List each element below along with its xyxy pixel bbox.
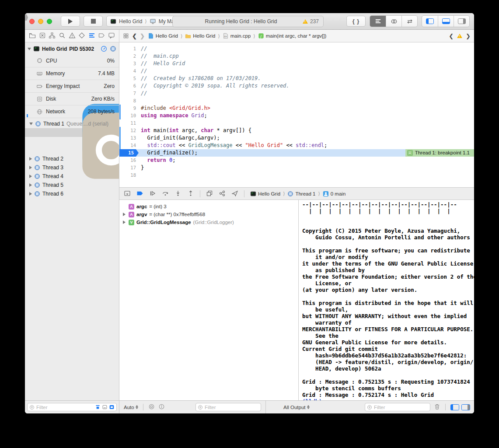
- line-number[interactable]: 2: [119, 52, 139, 60]
- source-editor[interactable]: 1//2// main.cpp3// Hello Grid4//5// Crea…: [119, 42, 474, 187]
- code-line-3[interactable]: 3// Hello Grid: [119, 60, 474, 67]
- thread-row-1[interactable]: Thread 1Queue:...d (serial): [25, 119, 119, 128]
- find-navigator-button[interactable]: [59, 32, 66, 40]
- code-snippets-button[interactable]: { }: [346, 16, 366, 27]
- toggle-variables-view-button[interactable]: [450, 404, 459, 410]
- debugbar-crumb-1[interactable]: Thread 1: [287, 191, 315, 197]
- line-number[interactable]: 10: [119, 112, 139, 119]
- var-row-argv[interactable]: Aargv = (char **) 0x7ffeefbff568: [119, 210, 298, 218]
- view-debugger-button[interactable]: [206, 190, 213, 198]
- code-line-18[interactable]: 18: [119, 172, 474, 179]
- variables-filter-field[interactable]: Filter: [195, 403, 261, 411]
- thread-row-6[interactable]: Thread 6: [25, 189, 119, 198]
- code-line-6[interactable]: 6// Copyright © 2019 sopa. All rights re…: [119, 82, 474, 90]
- project-navigator-button[interactable]: [29, 32, 36, 40]
- previous-issue-button[interactable]: ❮: [449, 33, 454, 39]
- thread-row-3[interactable]: Thread 3: [25, 163, 119, 172]
- line-number[interactable]: 7: [119, 90, 139, 97]
- frame-row-2-start[interactable]: 2 start: [25, 146, 119, 154]
- filter-toggle-1-icon[interactable]: [95, 404, 101, 410]
- version-editor-button[interactable]: [401, 16, 417, 27]
- jumpbar-crumb-2[interactable]: main.cpp: [223, 33, 251, 39]
- code-line-10[interactable]: 10using namespace Grid;: [119, 112, 474, 119]
- disclosure-closed-icon[interactable]: [29, 192, 32, 196]
- disclosure-closed-icon[interactable]: [29, 175, 32, 178]
- standard-editor-button[interactable]: [370, 16, 386, 27]
- related-items-icon[interactable]: [123, 33, 129, 39]
- code-line-13[interactable]: 13 Grid_init(&argc,&argv);: [119, 134, 474, 142]
- line-number[interactable]: 9: [119, 105, 139, 112]
- navigator-filter-field[interactable]: Filter: [27, 403, 117, 411]
- toggle-navigator-button[interactable]: [422, 16, 438, 27]
- filter-toggle-3-icon[interactable]: [109, 404, 115, 410]
- console-filter-field[interactable]: Filter: [365, 403, 430, 411]
- variables-scope-selector[interactable]: Auto: [124, 405, 138, 410]
- issue-navigator-button[interactable]: [69, 32, 76, 40]
- debugbar-crumb-2[interactable]: 0 main: [323, 191, 346, 197]
- disclosure-closed-icon[interactable]: [29, 183, 32, 187]
- source-control-navigator-button[interactable]: [39, 32, 46, 40]
- assistant-editor-button[interactable]: [386, 16, 401, 27]
- toggle-inspector-button[interactable]: [454, 16, 469, 27]
- disclosure-closed-icon[interactable]: [29, 166, 32, 169]
- line-number[interactable]: 11: [119, 119, 139, 127]
- gauge-row-energy-impact[interactable]: Energy ImpactZero: [25, 80, 119, 92]
- threads-view-button[interactable]: [110, 46, 116, 52]
- code-line-7[interactable]: 7//: [119, 90, 474, 97]
- var-row-Grid-GridLogMessage[interactable]: VGrid::GridLogMessage (Grid::GridLogger): [119, 218, 298, 226]
- line-number[interactable]: 13: [119, 134, 139, 142]
- code-line-11[interactable]: 11: [119, 119, 474, 127]
- thread-row-5[interactable]: Thread 5: [25, 181, 119, 189]
- breakpoint-line-number[interactable]: 15: [119, 149, 139, 157]
- clear-console-button[interactable]: [434, 403, 440, 411]
- zoom-window-button[interactable]: [47, 19, 52, 24]
- code-line-9[interactable]: 9#include <Grid/Grid.h>: [119, 105, 474, 112]
- quicklook-button[interactable]: [148, 403, 155, 411]
- thread-row-2[interactable]: Thread 2: [25, 154, 119, 163]
- filter-toggle-2-icon[interactable]: [102, 404, 108, 410]
- code-line-8[interactable]: 8: [119, 97, 474, 105]
- activity-status-bar[interactable]: Running Hello Grid : Hello Grid 237: [172, 16, 324, 27]
- code-line-5[interactable]: 5// Created by s1786208 on 17/03/2019.: [119, 75, 474, 82]
- line-number[interactable]: 1: [119, 45, 139, 52]
- debugbar-crumb-0[interactable]: Hello Grid: [250, 191, 280, 197]
- line-number[interactable]: 17: [119, 164, 139, 172]
- line-number[interactable]: 12: [119, 127, 139, 134]
- toggle-console-button[interactable]: [461, 404, 470, 410]
- memory-graph-button[interactable]: [219, 190, 226, 198]
- test-navigator-button[interactable]: [78, 32, 85, 40]
- console-output[interactable]: --|--|--|--|--|--|--|--|--|--|--|--|--|-…: [299, 200, 474, 400]
- line-number[interactable]: 3: [119, 60, 139, 67]
- jumpbar-crumb-3[interactable]: main(int argc, char * argv[]): [258, 33, 327, 39]
- code-line-4[interactable]: 4//: [119, 67, 474, 75]
- disclosure-open-icon[interactable]: [28, 48, 31, 50]
- code-line-17[interactable]: 17}: [119, 164, 474, 172]
- breakpoint-navigator-button[interactable]: [98, 32, 105, 40]
- continue-button[interactable]: [149, 190, 156, 198]
- var-row-argc[interactable]: Aargc = (int) 3: [119, 203, 298, 210]
- run-button[interactable]: [61, 16, 80, 27]
- console-output-selector[interactable]: All Output: [283, 405, 310, 410]
- report-navigator-button[interactable]: [108, 32, 115, 40]
- jumpbar-crumb-0[interactable]: Hello Grid: [148, 33, 178, 39]
- debug-navigator-button[interactable]: [88, 32, 95, 40]
- line-number[interactable]: 4: [119, 67, 139, 75]
- toggle-debug-area-button[interactable]: [438, 16, 454, 27]
- stop-button[interactable]: [84, 16, 103, 27]
- line-number[interactable]: 16: [119, 157, 139, 164]
- disclosure-open-icon[interactable]: [29, 122, 33, 125]
- line-number[interactable]: 8: [119, 97, 139, 105]
- gauge-row-disk[interactable]: DiskZero KB/s: [25, 92, 119, 105]
- line-number[interactable]: 6: [119, 82, 139, 90]
- step-over-button[interactable]: [162, 190, 169, 198]
- gauge-row-network[interactable]: Network208 bytes/s: [25, 105, 119, 118]
- disclosure-closed-icon[interactable]: [123, 220, 126, 224]
- code-line-15[interactable]: 15 Grid_finalize();=Thread 1: breakpoint…: [119, 149, 474, 157]
- line-number[interactable]: 14: [119, 142, 139, 149]
- symbol-navigator-button[interactable]: [49, 32, 56, 40]
- line-number[interactable]: 18: [119, 172, 139, 179]
- code-line-2[interactable]: 2// main.cpp: [119, 52, 474, 60]
- activate-breakpoints-button[interactable]: [136, 190, 143, 198]
- minimize-window-button[interactable]: [38, 19, 43, 24]
- disclosure-closed-icon[interactable]: [123, 213, 126, 216]
